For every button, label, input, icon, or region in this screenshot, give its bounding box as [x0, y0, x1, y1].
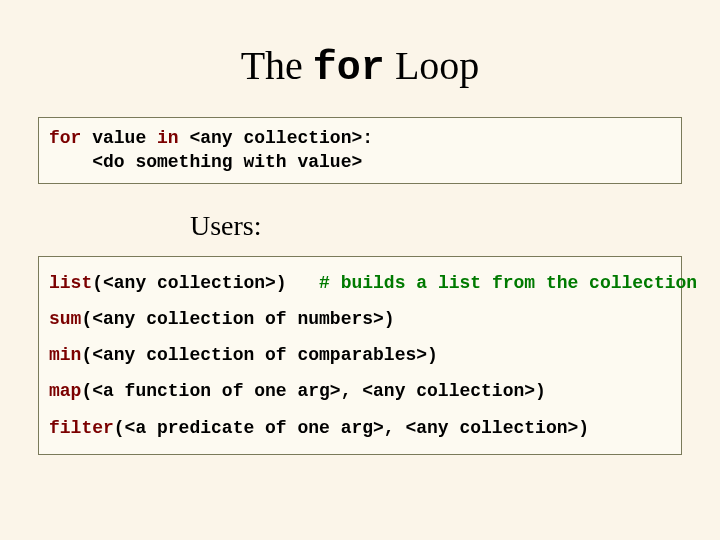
users-box: list(<any collection>) # builds a list f…: [38, 256, 682, 455]
fn-sum-args: (<any collection of numbers>): [81, 309, 394, 329]
fn-list-args: (<any collection>): [92, 273, 319, 293]
list-item: list(<any collection>) # builds a list f…: [49, 265, 671, 301]
syntax-box: for value in <any collection>: <do somet…: [38, 117, 682, 184]
title-keyword: for: [313, 46, 385, 91]
fn-list-comment: # builds a list from the collection: [319, 273, 697, 293]
fn-filter-args: (<a predicate of one arg>, <any collecti…: [114, 418, 589, 438]
page-title: The for Loop: [0, 0, 720, 109]
syntax-line-1: for value in <any collection>:: [49, 126, 671, 150]
collection-placeholder: <any collection>:: [179, 128, 373, 148]
title-post: Loop: [385, 43, 479, 88]
users-subheading: Users:: [0, 192, 720, 248]
title-pre: The: [241, 43, 313, 88]
list-item: filter(<a predicate of one arg>, <any co…: [49, 410, 671, 446]
fn-sum: sum: [49, 309, 81, 329]
var-name: value: [81, 128, 157, 148]
fn-filter: filter: [49, 418, 114, 438]
list-item: sum(<any collection of numbers>): [49, 301, 671, 337]
fn-min: min: [49, 345, 81, 365]
fn-min-args: (<any collection of comparables>): [81, 345, 437, 365]
fn-map-args: (<a function of one arg>, <any collectio…: [81, 381, 545, 401]
list-item: map(<a function of one arg>, <any collec…: [49, 373, 671, 409]
syntax-line-2: <do something with value>: [49, 150, 671, 174]
fn-list: list: [49, 273, 92, 293]
kw-for: for: [49, 128, 81, 148]
list-item: min(<any collection of comparables>): [49, 337, 671, 373]
kw-in: in: [157, 128, 179, 148]
fn-map: map: [49, 381, 81, 401]
